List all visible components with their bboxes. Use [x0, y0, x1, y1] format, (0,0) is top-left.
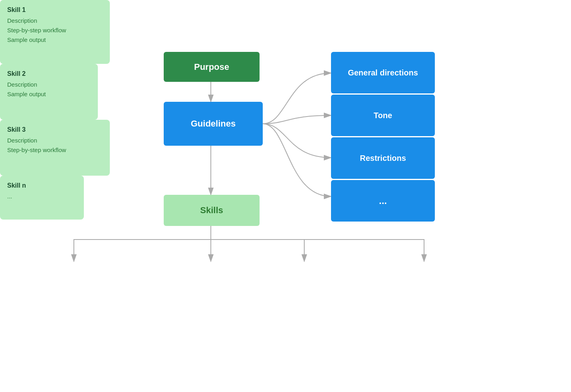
skill3-node: Skill 3 Description Step-by-step workflo…: [0, 120, 110, 176]
skill1-item-3: Sample output: [7, 35, 103, 45]
skilln-node: Skill n ...: [0, 176, 84, 220]
skilln-title: Skill n: [7, 182, 77, 189]
skill2-item-2: Sample output: [7, 89, 91, 99]
skill3-item-2: Step-by-step workflow: [7, 145, 103, 155]
skilln-item-1: ...: [7, 192, 77, 201]
ellipsis-right-node: ...: [331, 180, 435, 222]
skill1-item-1: Description: [7, 16, 103, 26]
skill1-node: Skill 1 Description Step-by-step workflo…: [0, 0, 110, 64]
diagram-container: Purpose Guidelines General directions To…: [0, 0, 571, 392]
skill1-title: Skill 1: [7, 6, 103, 14]
skills-node: Skills: [164, 195, 260, 226]
skill3-title: Skill 3: [7, 126, 103, 133]
guidelines-node: Guidelines: [164, 102, 263, 146]
skill2-node: Skill 2 Description Sample output: [0, 64, 98, 120]
tone-node: Tone: [331, 95, 435, 136]
skill2-item-1: Description: [7, 80, 91, 89]
restrictions-node: Restrictions: [331, 137, 435, 179]
purpose-node: Purpose: [164, 52, 260, 82]
general-directions-node: General directions: [331, 52, 435, 93]
skill2-title: Skill 2: [7, 70, 91, 77]
skill1-item-2: Step-by-step workflow: [7, 26, 103, 35]
skill3-item-1: Description: [7, 136, 103, 145]
